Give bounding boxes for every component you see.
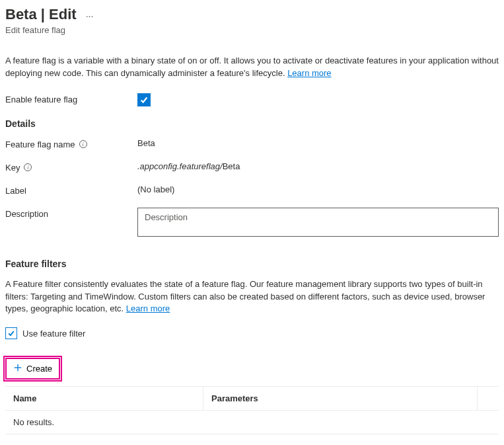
create-button[interactable]: Create <box>5 358 60 380</box>
filters-intro-body: A Feature filter consistently evaluates … <box>5 279 485 314</box>
description-label: Description <box>5 208 137 219</box>
filters-heading: Feature filters <box>5 259 499 269</box>
description-input[interactable] <box>137 208 499 237</box>
intro-body: A feature flag is a variable with a bina… <box>5 56 499 78</box>
label-label: Label <box>5 184 137 196</box>
page-title: Beta | Edit <box>5 6 77 23</box>
page-subtitle: Edit feature flag <box>5 25 499 35</box>
filters-learn-more-link[interactable]: Learn more <box>126 303 170 313</box>
key-name: Beta <box>223 161 240 171</box>
filter-table: Name Parameters No results. <box>5 386 499 434</box>
name-label: Feature flag name <box>5 140 75 149</box>
intro-text: A feature flag is a variable with a bina… <box>5 55 499 80</box>
info-icon[interactable]: i <box>79 140 87 148</box>
details-heading: Details <box>5 118 499 129</box>
more-icon[interactable]: ··· <box>83 8 96 24</box>
plus-icon <box>13 363 22 374</box>
name-value: Beta <box>137 138 499 148</box>
table-empty-row: No results. <box>5 411 499 434</box>
enable-flag-checkbox[interactable] <box>137 93 151 106</box>
key-value: .appconfig.featureflag/Beta <box>137 161 499 171</box>
info-icon[interactable]: i <box>24 163 32 171</box>
create-label: Create <box>26 364 52 374</box>
learn-more-link[interactable]: Learn more <box>287 68 331 78</box>
enable-flag-label: Enable feature flag <box>5 93 137 104</box>
col-header-params: Parameters <box>203 387 478 410</box>
label-value: (No label) <box>137 184 499 194</box>
key-prefix: .appconfig.featureflag/ <box>137 161 223 171</box>
use-filter-checkbox[interactable] <box>5 327 17 339</box>
col-header-name: Name <box>5 387 203 410</box>
key-label: Key <box>5 163 20 173</box>
use-filter-label: Use feature filter <box>22 329 85 339</box>
col-header-actions <box>478 387 499 410</box>
filters-intro: A Feature filter consistently evaluates … <box>5 278 499 316</box>
